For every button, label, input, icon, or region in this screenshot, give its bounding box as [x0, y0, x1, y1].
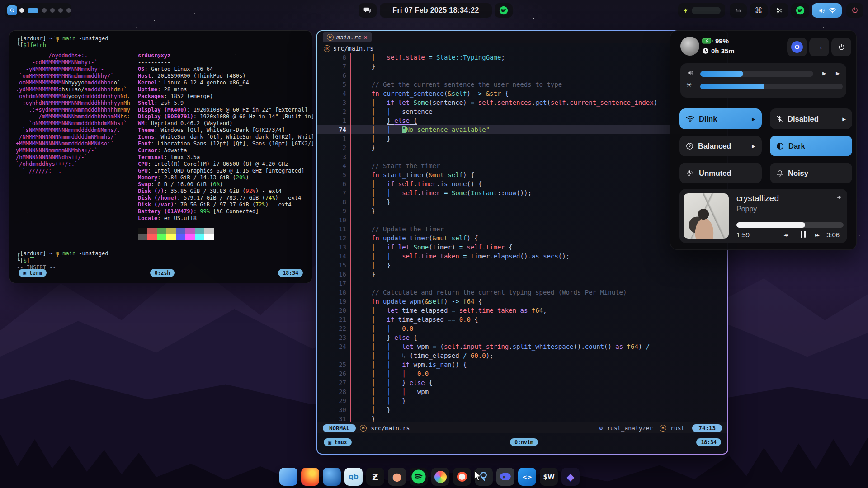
dock-zen-browser[interactable]: Ƶ	[366, 468, 384, 486]
code-line[interactable]: 30 │ }	[317, 405, 727, 414]
code-line[interactable]: 11 // Update the timer	[317, 225, 727, 234]
workspace-6[interactable]	[66, 8, 71, 13]
code-line[interactable]: 28 │ │ │ wpm	[317, 387, 727, 396]
spotify-tray-button[interactable]	[495, 3, 513, 18]
tmux-window-tab[interactable]: 0:nvim	[510, 438, 538, 446]
command-button[interactable]: ⌘	[750, 3, 768, 18]
code-line[interactable]: 23 │ } else {	[317, 333, 727, 342]
code-line[interactable]: 8 │ self.state = State::TypingGame;	[317, 53, 727, 62]
shell-prompt-bottom[interactable]: ┌[srdusr] ~ ψ main -unstaged└[$]	[17, 250, 108, 264]
spotify-tray-button-2[interactable]	[791, 3, 809, 18]
toggle-dark[interactable]: Dark	[770, 136, 852, 156]
workspace-5[interactable]	[58, 8, 63, 13]
code-line[interactable]: 6 │ if self.timer.is_none() {	[317, 179, 727, 188]
volume-output-icon[interactable]: ▶	[836, 70, 840, 76]
workspace-3[interactable]	[42, 8, 47, 13]
code-line[interactable]: 5 fn start_timer(&mut self) {	[317, 170, 727, 179]
workspace-2[interactable]	[28, 8, 38, 13]
code-line[interactable]: 17	[317, 279, 727, 288]
workspace-indicator[interactable]	[19, 3, 71, 18]
dock-compass-browser[interactable]	[453, 468, 471, 486]
battery-widget[interactable]	[678, 3, 725, 18]
tmux-session-tab[interactable]: ▣ term	[19, 269, 47, 277]
code-line[interactable]: 29 │ │ }	[317, 396, 727, 405]
code-line[interactable]: 26 │ │ │ 0.0	[317, 369, 727, 378]
code-line[interactable]: 27 │ │ } else {	[317, 378, 727, 387]
power-button[interactable]	[846, 3, 863, 18]
clock-widget[interactable]: Fri 07 Feb 2025 18:34:22	[380, 3, 492, 18]
dock-dollar-w[interactable]: $W	[540, 468, 558, 486]
code-line[interactable]: 9 }	[317, 206, 727, 216]
code-line[interactable]: 18 // Calculate and return the current t…	[317, 288, 727, 297]
screenshot-button[interactable]	[770, 3, 788, 18]
dock-spotify[interactable]	[410, 468, 428, 486]
brightness-slider[interactable]	[700, 84, 843, 89]
code-line[interactable]: 15 │ }	[317, 261, 727, 270]
code-line[interactable]: 20 │ let time_elapsed = self.time_taken …	[317, 306, 727, 315]
code-line[interactable]: 1 │ } else {	[317, 116, 727, 125]
quick-settings-button[interactable]	[812, 3, 842, 18]
tmux-window-tab[interactable]: 0:zsh	[150, 269, 175, 277]
dock-obsidian[interactable]: ◆	[561, 468, 580, 486]
code-line[interactable]: 3	[317, 152, 727, 161]
terminal-window[interactable]: ┌[srdusr] ~ ψ main -unstaged└[$]fetch -/…	[9, 30, 312, 283]
code-line[interactable]: 16 }	[317, 270, 727, 279]
code-line[interactable]: 2 │ │ sentence	[317, 107, 727, 116]
workspace-1[interactable]	[19, 8, 24, 13]
dock-qbittorrent[interactable]: qb	[344, 468, 363, 486]
workspace-dots[interactable]	[19, 8, 71, 13]
code-line[interactable]: 12 fn update_timer(&mut self) {	[317, 234, 727, 243]
volume-expand-icon[interactable]: ▶	[822, 70, 826, 76]
launcher-button[interactable]	[5, 3, 20, 18]
code-line[interactable]: 10	[317, 216, 727, 225]
dock-files[interactable]	[279, 468, 297, 486]
editor-tab-main-rs[interactable]: main.rs ×	[323, 32, 372, 42]
track-progress-bar[interactable]	[736, 222, 844, 228]
code-line[interactable]: 31 }	[317, 414, 727, 423]
toggle-disabled[interactable]: Disabled▶	[770, 108, 852, 129]
volume-slider[interactable]	[700, 71, 813, 77]
next-track-icon[interactable]: ▸▸	[815, 231, 819, 238]
tab-close-icon[interactable]: ×	[364, 34, 368, 41]
pause-icon[interactable]	[801, 231, 806, 238]
dock-cider[interactable]: ●	[388, 468, 406, 486]
code-line[interactable]: 19 fn update_wpm(&self) -> f64 {	[317, 297, 727, 306]
code-line[interactable]: 2 }	[317, 143, 727, 152]
avatar[interactable]	[680, 37, 699, 56]
code-line[interactable]: 25 │ │ if wpm.is_nan() {	[317, 360, 727, 369]
code-line[interactable]: 13 │ if let Some(timer) = self.timer {	[317, 243, 727, 252]
power-menu-button[interactable]	[831, 38, 851, 56]
code-line[interactable]: 7 │ │ self.timer = Some(Instant::now());	[317, 188, 727, 197]
dock-discord[interactable]	[496, 468, 514, 486]
toggle-noisy[interactable]: Noisy	[770, 163, 852, 183]
dock-thunderbird[interactable]	[323, 468, 341, 486]
code-line[interactable]: 74 │ │ "No sentence available"	[317, 125, 727, 134]
code-line[interactable]: 5 // Get the current sentence the user n…	[317, 80, 727, 89]
code-line[interactable]: 14 │ │ self.time_taken = timer.elapsed()…	[317, 252, 727, 261]
settings-button[interactable]: ⚙	[787, 38, 807, 56]
toggle-dlink[interactable]: Dlink▶	[679, 108, 762, 129]
code-line[interactable]: 8 │ }	[317, 197, 727, 206]
dock-firefox[interactable]	[301, 468, 319, 486]
workspace-4[interactable]	[50, 8, 55, 13]
code-line[interactable]: 1 │ }	[317, 134, 727, 143]
code-line[interactable]: 7 }	[317, 62, 727, 71]
code-line[interactable]: 4 // Start the timer	[317, 161, 727, 170]
code-line[interactable]: │ │ ↳ (time_elapsed / 60.0);	[317, 351, 727, 360]
tray-eject-button[interactable]	[730, 3, 747, 18]
code-line[interactable]: 21 │ if time_elapsed == 0.0 {	[317, 315, 727, 324]
dock-photos[interactable]	[431, 468, 449, 486]
code-line[interactable]: 6	[317, 71, 727, 80]
tmux-session-tab[interactable]: ▣ tmux	[324, 438, 352, 446]
logout-button[interactable]: →	[809, 38, 829, 56]
editor-window[interactable]: main.rs × src/main.rs 8 │ self.state = S…	[316, 30, 728, 455]
toggle-balanced[interactable]: Balanced▶	[679, 136, 762, 156]
code-line[interactable]: 24 │ │ let wpm = (self.input_string.spli…	[317, 342, 727, 351]
code-line[interactable]: 4 fn current_sentence(&self) -> &str {	[317, 89, 727, 98]
player-volume-icon[interactable]	[836, 194, 843, 200]
dock-vscode[interactable]: <>	[518, 468, 536, 486]
notifications-button[interactable]	[359, 3, 377, 18]
code-line[interactable]: 22 │ │ 0.0	[317, 324, 727, 333]
toggle-unmuted[interactable]: Unmuted	[679, 163, 762, 183]
previous-track-icon[interactable]: ◂◂	[783, 231, 787, 238]
